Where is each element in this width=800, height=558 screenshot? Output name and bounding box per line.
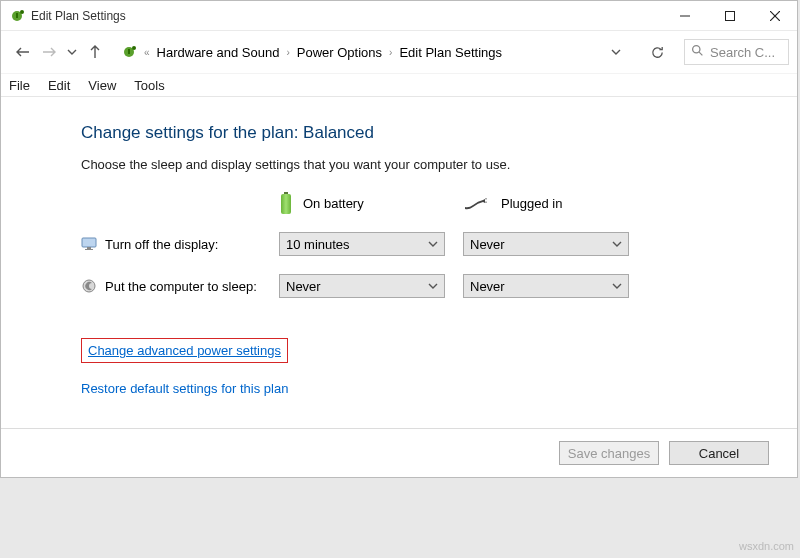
crumb-prefix: « bbox=[141, 47, 153, 58]
app-icon bbox=[9, 8, 25, 24]
save-button-label: Save changes bbox=[568, 446, 650, 461]
breadcrumb-item[interactable]: Power Options bbox=[295, 45, 384, 60]
titlebar-title: Edit Plan Settings bbox=[9, 8, 662, 24]
forward-button[interactable] bbox=[39, 42, 59, 62]
svg-rect-17 bbox=[87, 247, 91, 249]
chevron-down-icon bbox=[612, 239, 622, 249]
column-plugged: Plugged in bbox=[463, 196, 647, 211]
sleep-battery-value: Never bbox=[286, 279, 321, 294]
svg-point-2 bbox=[20, 10, 24, 14]
menu-file[interactable]: File bbox=[7, 78, 32, 93]
page-subtitle: Choose the sleep and display settings th… bbox=[81, 157, 797, 172]
sleep-plugged-dropdown[interactable]: Never bbox=[463, 274, 629, 298]
navbar: « Hardware and Sound › Power Options › E… bbox=[1, 31, 797, 73]
column-battery: On battery bbox=[279, 192, 463, 214]
chevron-down-icon bbox=[428, 281, 438, 291]
search-box[interactable]: Search C... bbox=[684, 39, 789, 65]
address-bar[interactable]: « Hardware and Sound › Power Options › E… bbox=[117, 39, 626, 65]
row-display-text: Turn off the display: bbox=[105, 237, 218, 252]
search-icon bbox=[691, 44, 704, 60]
column-battery-label: On battery bbox=[303, 196, 364, 211]
chevron-down-icon bbox=[428, 239, 438, 249]
page-title: Change settings for the plan: Balanced bbox=[81, 123, 797, 143]
footer: Save changes Cancel bbox=[1, 429, 797, 477]
display-battery-dropdown[interactable]: 10 minutes bbox=[279, 232, 445, 256]
window-title-text: Edit Plan Settings bbox=[31, 9, 126, 23]
breadcrumb-item[interactable]: Hardware and Sound bbox=[155, 45, 282, 60]
display-plugged-dropdown[interactable]: Never bbox=[463, 232, 629, 256]
svg-rect-1 bbox=[16, 13, 18, 18]
content: Change settings for the plan: Balanced C… bbox=[1, 97, 797, 429]
back-button[interactable] bbox=[13, 42, 33, 62]
svg-rect-18 bbox=[85, 249, 93, 250]
watermark: wsxdn.com bbox=[739, 540, 794, 552]
search-placeholder: Search C... bbox=[710, 45, 775, 60]
battery-icon bbox=[279, 192, 293, 214]
cancel-button[interactable]: Cancel bbox=[669, 441, 769, 465]
recent-locations-button[interactable] bbox=[65, 42, 79, 62]
row-display-label: Turn off the display: bbox=[81, 236, 279, 252]
chevron-right-icon: › bbox=[386, 47, 395, 58]
up-button[interactable] bbox=[85, 42, 105, 62]
breadcrumb: « Hardware and Sound › Power Options › E… bbox=[117, 39, 602, 65]
svg-rect-12 bbox=[284, 192, 288, 194]
column-headers: On battery Plugged in bbox=[81, 192, 797, 214]
moon-icon bbox=[81, 278, 97, 294]
svg-point-10 bbox=[693, 46, 700, 53]
svg-rect-8 bbox=[128, 49, 130, 54]
svg-line-11 bbox=[699, 52, 702, 55]
sleep-plugged-value: Never bbox=[470, 279, 505, 294]
svg-rect-4 bbox=[725, 11, 734, 20]
window-controls bbox=[662, 1, 797, 31]
chevron-right-icon: › bbox=[283, 47, 292, 58]
menubar: File Edit View Tools bbox=[1, 73, 797, 97]
advanced-power-link[interactable]: Change advanced power settings bbox=[88, 343, 281, 358]
folder-icon bbox=[121, 44, 137, 60]
display-plugged-value: Never bbox=[470, 237, 505, 252]
close-button[interactable] bbox=[752, 1, 797, 31]
row-display: Turn off the display: 10 minutes Never bbox=[81, 232, 797, 256]
svg-rect-16 bbox=[82, 238, 96, 247]
titlebar: Edit Plan Settings bbox=[1, 1, 797, 31]
row-sleep: Put the computer to sleep: Never Never bbox=[81, 274, 797, 298]
maximize-button[interactable] bbox=[707, 1, 752, 31]
cancel-button-label: Cancel bbox=[699, 446, 739, 461]
links-section: Change advanced power settings Restore d… bbox=[81, 338, 797, 414]
column-plugged-label: Plugged in bbox=[501, 196, 562, 211]
minimize-button[interactable] bbox=[662, 1, 707, 31]
window: Edit Plan Settings bbox=[0, 0, 798, 478]
svg-point-9 bbox=[132, 46, 136, 50]
menu-view[interactable]: View bbox=[86, 78, 118, 93]
refresh-button[interactable] bbox=[642, 39, 672, 65]
monitor-icon bbox=[81, 236, 97, 252]
menu-edit[interactable]: Edit bbox=[46, 78, 72, 93]
breadcrumb-item[interactable]: Edit Plan Settings bbox=[397, 45, 504, 60]
address-history-button[interactable] bbox=[606, 42, 626, 62]
row-sleep-label: Put the computer to sleep: bbox=[81, 278, 279, 294]
sleep-battery-dropdown[interactable]: Never bbox=[279, 274, 445, 298]
restore-defaults-link[interactable]: Restore default settings for this plan bbox=[81, 381, 288, 396]
save-button: Save changes bbox=[559, 441, 659, 465]
display-battery-value: 10 minutes bbox=[286, 237, 350, 252]
svg-rect-14 bbox=[485, 198, 487, 200]
svg-rect-15 bbox=[485, 202, 487, 204]
nav-arrows bbox=[13, 42, 105, 62]
svg-rect-13 bbox=[281, 194, 291, 214]
chevron-down-icon bbox=[612, 281, 622, 291]
row-sleep-text: Put the computer to sleep: bbox=[105, 279, 257, 294]
advanced-link-highlight: Change advanced power settings bbox=[81, 338, 288, 363]
menu-tools[interactable]: Tools bbox=[132, 78, 166, 93]
plug-icon bbox=[463, 196, 491, 210]
